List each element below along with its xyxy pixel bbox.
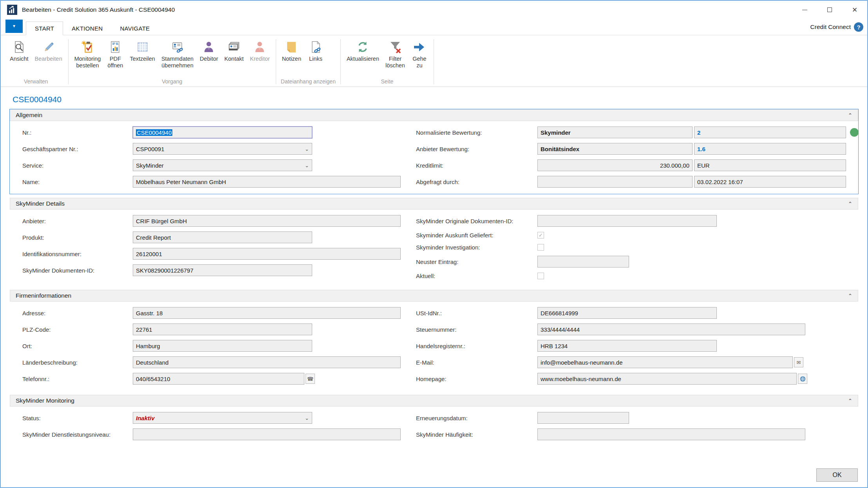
abgefragt-durch-label: Abgefragt durch: (416, 179, 537, 185)
field-row: Nr.: CSE0004940 (15, 124, 409, 141)
erneuerungsdatum-field[interactable] (537, 412, 629, 424)
plz-field[interactable]: 22761 (133, 324, 312, 335)
send-email-button[interactable]: ✉ (794, 357, 803, 367)
pdf-oeffnen-button[interactable]: PDF öffnen (104, 38, 126, 70)
abgefragt-durch-field[interactable] (537, 176, 693, 188)
haeufigkeit-label: SkyMinder Häufigkeit: (416, 431, 537, 438)
geschaeftspartner-field[interactable]: CSP00091 ⌄ (133, 143, 312, 155)
tab-aktionen[interactable]: AKTIONEN (63, 22, 111, 35)
service-field[interactable]: SkyMinder ⌄ (133, 159, 312, 171)
minimize-button[interactable] (792, 1, 817, 19)
originale-dokumenten-id-label: SkyMinder Originale Dokumenten-ID: (416, 218, 537, 224)
ort-field[interactable]: Hamburg (133, 340, 312, 352)
tab-navigate[interactable]: NAVIGATE (111, 22, 158, 35)
ust-idnr-field[interactable]: DE666814999 (537, 307, 717, 319)
adresse-field[interactable]: Gasstr. 18 (133, 307, 401, 319)
bearbeiten-button[interactable]: Bearbeiten (32, 38, 65, 63)
anbieter-bewertung-wert-field[interactable]: 1.6 (694, 143, 846, 155)
section-header-monitoring[interactable]: SkyMinder Monitoring ⌃ (10, 395, 858, 407)
normalisierte-bewertung-wert-field[interactable]: 2 (694, 127, 846, 138)
dokumenten-id-label: SkyMinder Dokumenten-ID: (22, 267, 133, 274)
credit-connect-label: Credit Connect (810, 23, 851, 31)
auskunft-geliefert-checkbox-checked[interactable]: ✓ (537, 232, 544, 239)
ust-idnr-label: USt-IdNr.: (416, 310, 537, 316)
produkt-value: Credit Report (136, 234, 171, 241)
collapse-chevron-icon[interactable]: ⌃ (848, 398, 852, 404)
close-button[interactable]: ✕ (842, 1, 867, 19)
app-menu-button[interactable]: ▼ (5, 20, 23, 33)
aktualisieren-button[interactable]: Aktualisieren (344, 38, 382, 63)
status-value: Inaktiv (136, 415, 155, 421)
telefonnr-field[interactable]: 040/6543210 (133, 373, 304, 385)
field-row: Identifikationsnummer: 26120001 (15, 246, 409, 262)
identifikationsnummer-field[interactable]: 26120001 (133, 248, 401, 260)
steuernummer-field[interactable]: 333/4444/4444 (537, 324, 805, 335)
notizen-button[interactable]: Notizen (279, 38, 304, 63)
collapse-chevron-icon[interactable]: ⌃ (848, 112, 852, 118)
produkt-field[interactable]: Credit Report (133, 231, 312, 243)
tab-start[interactable]: START (26, 22, 63, 35)
aktuell-label: Aktuell: (416, 273, 537, 279)
monitoring-bestellen-button[interactable]: Monitoring bestellen (72, 38, 104, 70)
investigation-checkbox-unchecked[interactable] (537, 244, 544, 251)
ribbon-group-label: Verwalten (7, 76, 65, 87)
normalisierte-bewertung-typ-field[interactable]: Skyminder (537, 127, 693, 138)
textzeilen-button[interactable]: Textzeilen (127, 38, 157, 63)
kreditlimit-field[interactable]: 230.000,00 (537, 159, 693, 171)
section-header-allgemein[interactable]: Allgemein ⌃ (10, 109, 858, 121)
anbieter-bewertung-typ-field[interactable]: Bonitätsindex (537, 143, 693, 155)
section-title: Allgemein (16, 112, 42, 119)
normalisierte-bewertung-label: Normalisierte Bewertung: (416, 129, 537, 136)
chevron-down-icon[interactable]: ⌄ (305, 415, 309, 421)
aktuell-checkbox-unchecked[interactable] (537, 273, 544, 279)
haeufigkeit-field[interactable] (537, 428, 805, 440)
homepage-field[interactable]: www.moebelhaus-neumann.de (537, 373, 797, 385)
service-value: SkyMinder (136, 162, 164, 169)
originale-dokumenten-id-field[interactable] (537, 215, 717, 227)
abgefragt-datum-field[interactable]: 03.02.2022 16:07 (694, 176, 846, 188)
laenderbeschreibung-field[interactable]: Deutschland (133, 356, 401, 368)
ok-button[interactable]: OK (816, 468, 858, 482)
dokumenten-id-field[interactable]: SKY08290001226797 (133, 264, 312, 276)
kreditlimit-waehrung-field[interactable]: EUR (694, 159, 846, 171)
ribbon-divider (340, 39, 341, 84)
ribbon-button-label: PDF öffnen (107, 56, 123, 69)
window-controls: ✕ (792, 1, 867, 19)
maximize-button[interactable] (817, 1, 842, 19)
section-header-firma[interactable]: Firmeninformationen ⌃ (10, 290, 858, 302)
dienstleistungsniveau-field[interactable] (133, 428, 401, 440)
phone-call-button[interactable]: ☎ (306, 374, 315, 384)
ribbon-group-seite: Aktualisieren Filter löschen (342, 38, 433, 87)
handelsregisternr-value: HRB 1234 (541, 343, 568, 349)
email-field[interactable]: info@moebelhaus-neumann.de (537, 356, 793, 368)
debitor-button[interactable]: Debitor (197, 38, 221, 63)
anbieter-field[interactable]: CRIF Bürgel GmbH (133, 215, 401, 227)
normalisierte-bewertung-wert: 2 (697, 129, 700, 136)
ribbon-button-label: Kontakt (224, 56, 244, 62)
nr-field[interactable]: CSE0004940 (133, 127, 312, 138)
collapse-chevron-icon[interactable]: ⌃ (848, 293, 852, 299)
ribbon-group-vorgang: Monitoring bestellen PDF öffnen (69, 38, 275, 87)
ansicht-button[interactable]: Ansicht (7, 38, 31, 63)
steuernummer-label: Steuernummer: (416, 326, 537, 333)
collapse-chevron-icon[interactable]: ⌃ (848, 201, 852, 207)
stammdaten-uebernehmen-button[interactable]: Stammdaten übernehmen (159, 38, 196, 70)
open-homepage-button[interactable] (798, 374, 807, 384)
section-header-details[interactable]: SkyMinder Details ⌃ (10, 198, 858, 210)
name-value: Möbelhaus Peter Neumann GmbH (136, 179, 226, 185)
links-button[interactable]: Links (305, 38, 327, 63)
gehe-zu-button[interactable]: Gehe zu (409, 38, 430, 70)
handelsregisternr-field[interactable]: HRB 1234 (537, 340, 717, 352)
help-icon[interactable]: ? (854, 22, 863, 32)
kontakt-button[interactable]: Kontakt (222, 38, 246, 63)
chevron-down-icon[interactable]: ⌄ (305, 163, 309, 168)
telefonnr-value: 040/6543210 (136, 376, 170, 382)
neuster-eintrag-field[interactable] (537, 256, 629, 267)
filter-loeschen-button[interactable]: Filter löschen (383, 38, 408, 70)
field-row: Handelsregisternr.: HRB 1234 (409, 338, 852, 354)
name-field[interactable]: Möbelhaus Peter Neumann GmbH (133, 176, 401, 188)
chevron-down-icon[interactable]: ⌄ (305, 146, 309, 152)
kreditor-button[interactable]: Kreditor (247, 38, 273, 63)
field-row: Erneuerungsdatum: (409, 410, 852, 426)
status-field[interactable]: Inaktiv ⌄ (133, 412, 312, 424)
